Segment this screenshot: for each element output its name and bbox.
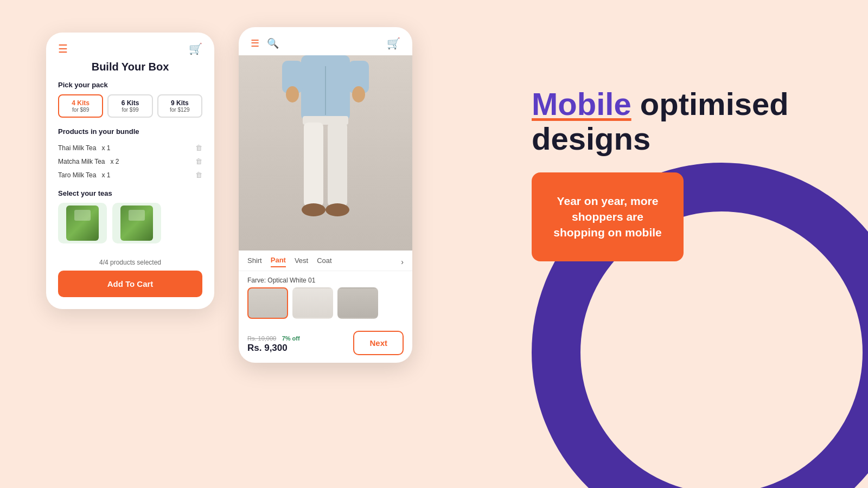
bundle-item-2: Matcha Milk Tea x 2 🗑 — [58, 155, 202, 168]
svg-rect-7 — [328, 123, 347, 207]
farve-label: Farve: Optical White 01 — [239, 271, 412, 287]
bundle-item-name-1: Thai Milk Tea x 1 — [58, 144, 110, 152]
tab-arrow-right[interactable]: › — [401, 258, 404, 266]
orange-card-text: Year on year, more shoppers are shopping… — [551, 193, 664, 241]
product-tabs: Shirt Pant Vest Coat › — [239, 251, 412, 271]
price-row: Rs. 10,000 7% off Rs. 9,300 Next — [239, 325, 412, 363]
search-icon[interactable]: 🔍 — [267, 37, 279, 49]
kit-btn-4[interactable]: 4 Kits for $89 — [58, 94, 103, 118]
right-phone: ☰ 🔍 🛒 — [239, 27, 412, 363]
tab-pant[interactable]: Pant — [271, 256, 286, 267]
swatch-3[interactable] — [337, 287, 378, 319]
select-teas-label: Select your teas — [58, 189, 202, 197]
bundle-item-1: Thai Milk Tea x 1 🗑 — [58, 141, 202, 155]
trash-icon-1[interactable]: 🗑 — [195, 144, 202, 152]
build-box-title: Build Your Box — [58, 61, 202, 73]
trash-icon-2[interactable]: 🗑 — [195, 157, 202, 165]
svg-point-4 — [352, 86, 365, 102]
headline-part3: designs — [532, 121, 650, 156]
pick-pack-label: Pick your pack — [58, 81, 202, 89]
product-image — [239, 55, 412, 251]
current-price: Rs. 9,300 — [247, 343, 300, 354]
cart-icon-left[interactable]: 🛒 — [189, 42, 202, 55]
headline-part2: optimised — [631, 86, 789, 121]
tab-vest[interactable]: Vest — [295, 256, 308, 267]
tab-shirt[interactable]: Shirt — [247, 256, 262, 267]
swatch-2[interactable] — [292, 287, 333, 319]
tea-thumbnails — [58, 203, 202, 243]
svg-point-8 — [302, 203, 326, 216]
kit-btn-6[interactable]: 6 Kits for $99 — [107, 94, 152, 118]
kit-btn-9[interactable]: 9 Kits for $129 — [157, 94, 202, 118]
headline-mobile: Mobile — [532, 86, 631, 121]
bundle-item-name-3: Taro Milk Tea x 1 — [58, 171, 110, 179]
menu-icon-right[interactable]: ☰ — [251, 37, 259, 49]
kit-options: 4 Kits for $89 6 Kits for $99 9 Kits for… — [58, 94, 202, 118]
bundle-label: Products in your bundle — [58, 127, 202, 136]
cart-icon-right[interactable]: 🛒 — [387, 37, 400, 50]
original-price: Rs. 10,000 — [247, 335, 276, 342]
tab-coat[interactable]: Coat — [317, 256, 331, 267]
tea-image-2 — [120, 206, 153, 241]
text-section: Mobile optimised designs Year on year, m… — [532, 87, 803, 261]
tea-image-1 — [66, 206, 99, 241]
left-phone: ☰ 🛒 Build Your Box Pick your pack 4 Kits… — [46, 33, 214, 309]
color-swatches — [239, 287, 412, 325]
add-to-cart-button[interactable]: Add To Cart — [58, 271, 202, 297]
hamburger-icon[interactable]: ☰ — [58, 42, 68, 55]
svg-point-9 — [326, 203, 349, 216]
bundle-item-name-2: Matcha Milk Tea x 2 — [58, 158, 119, 165]
headline: Mobile optimised designs — [532, 87, 803, 156]
tea-thumb-2[interactable] — [112, 203, 161, 243]
svg-rect-6 — [304, 123, 323, 207]
discount-badge: 7% off — [282, 335, 300, 342]
trash-icon-3[interactable]: 🗑 — [195, 171, 202, 179]
bundle-item-3: Taro Milk Tea x 1 🗑 — [58, 168, 202, 182]
orange-card: Year on year, more shoppers are shopping… — [532, 172, 684, 261]
swatch-1[interactable] — [247, 287, 288, 319]
pants-svg — [277, 55, 374, 251]
next-button[interactable]: Next — [353, 331, 404, 355]
tea-thumb-1[interactable] — [58, 203, 107, 243]
products-count: 4/4 products selected — [46, 252, 214, 271]
svg-point-3 — [286, 86, 299, 102]
price-info: Rs. 10,000 7% off Rs. 9,300 — [247, 333, 300, 354]
